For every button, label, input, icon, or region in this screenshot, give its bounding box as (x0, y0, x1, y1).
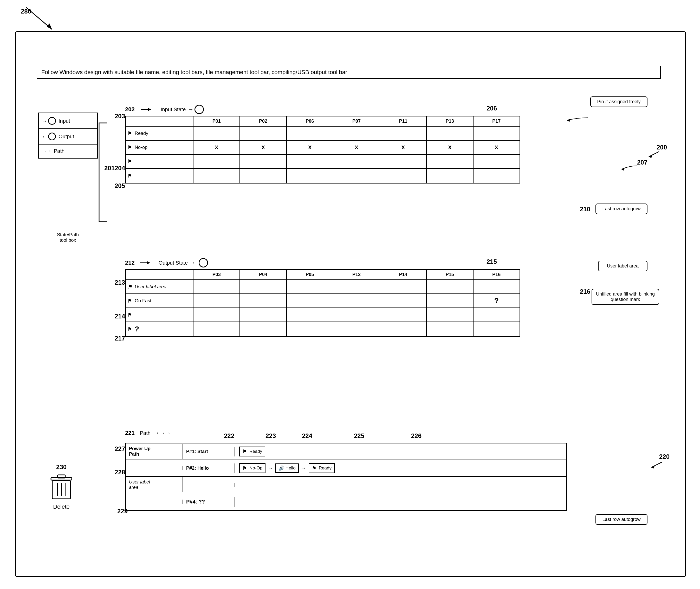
delete-section: 230 Delete (38, 463, 85, 510)
label-205: 205 (115, 182, 125, 190)
input-grid-header: P01 P02 P06 P07 P11 P13 P17 (126, 117, 520, 127)
output-row-question: ⚑ ? (126, 322, 520, 336)
flag-icon-question: ⚑ (128, 326, 132, 332)
label-226: 226 (411, 432, 421, 439)
output-grid-header: P03 P04 P05 P12 P14 P15 P16 (126, 270, 520, 280)
output-pin-p14: P14 (380, 270, 427, 279)
flag-icon-noop: ⚑ (128, 144, 132, 151)
label-206: 206 (487, 105, 497, 112)
path-row-p4: P#4: ?? (126, 494, 566, 510)
svg-marker-1 (47, 23, 52, 29)
label-225: 225 (354, 432, 364, 439)
label-221: 221 (125, 430, 135, 436)
input-icon: → (42, 117, 56, 125)
input-state-col-header (126, 117, 193, 126)
output-row-user-label: ⚑ User label area (126, 280, 520, 294)
label-212: 212 (125, 259, 135, 266)
input-state-circle (194, 105, 204, 114)
label-202: 202 (125, 106, 135, 113)
svg-line-10 (651, 462, 662, 467)
path-node-hello-sound: 🔊 Hello (276, 463, 299, 473)
callout-autogrow-top-text: Last row autogrow (602, 206, 641, 211)
path-node-noop: ⚑ No-Op (239, 463, 266, 473)
input-pin-p01: P01 (193, 117, 240, 126)
output-gofast-label: Go Fast (135, 298, 151, 304)
label-230: 230 (38, 463, 85, 471)
arrow-pin-callout (564, 115, 590, 126)
input-pin-p11: P11 (380, 117, 427, 126)
flag-icon-user: ⚑ (128, 283, 132, 290)
path-row-2: P#2: Hello ⚑ No-Op → 🔊 Hello → (126, 460, 566, 477)
label-227: 227 (115, 445, 125, 452)
svg-marker-4 (567, 119, 570, 122)
output-user-label-text: User label area (135, 284, 166, 289)
row-noop-label: No-op (135, 145, 147, 150)
path-label-user: User labelarea (126, 477, 183, 492)
toolbox-input-label: Input (58, 118, 70, 124)
callout-pin-assigned-text: Pin # assigned freely (597, 99, 641, 104)
path-name-user (183, 483, 235, 487)
toolbox-item-input: → Input (39, 113, 97, 129)
svg-marker-3 (148, 108, 151, 111)
label-229: 229 (117, 508, 128, 515)
input-state-section: 202 Input State → P01 (125, 105, 520, 184)
toolbox-item-output: ← Output (39, 129, 97, 145)
callout-autogrow-bottom: Last row autogrow (595, 514, 648, 525)
output-pin-p05: P05 (287, 270, 333, 279)
toolbox-path-label: Path (54, 148, 64, 154)
path-arrows-header: →→→ (154, 430, 171, 436)
input-row-204: ⚑ (126, 155, 520, 169)
label-216: 216 (580, 288, 590, 295)
input-pin-p07: P07 (333, 117, 380, 126)
output-state-grid: P03 P04 P05 P12 P14 P15 P16 ⚑ User label… (125, 269, 520, 337)
path-arrow-2: → (301, 465, 306, 471)
diagram-root: 280 Follow Windows design with suitable … (0, 0, 700, 589)
output-gofast-qmark: ? (474, 294, 520, 308)
input-row-noop: ⚑ No-op X X X X X X X (126, 141, 520, 155)
path-name-p4: P#4: ?? (183, 497, 235, 507)
toolbox-output-label: Output (58, 134, 74, 140)
output-question-mark: ? (135, 325, 139, 333)
speaker-icon: 🔊 (279, 465, 284, 471)
input-row-205: ⚑ (126, 169, 520, 183)
label-214: 214 (115, 313, 125, 320)
instruction-bar: Follow Windows design with suitable file… (37, 66, 661, 79)
output-icon: ← (42, 133, 56, 140)
callout-autogrow-bottom-text: Last row autogrow (602, 517, 641, 522)
input-pin-p17: P17 (474, 117, 520, 126)
path-node-ready-1: ⚑ Ready (239, 446, 265, 456)
callout-user-label-right: User label area (598, 261, 648, 271)
input-pin-p02: P02 (240, 117, 287, 126)
output-state-section: 212 Output State ← P03 P04 P05 (125, 258, 520, 337)
path-grid: Power UpPath P#1: Start ⚑ Ready P#2: Hel… (125, 443, 567, 511)
output-state-label: Output State (159, 260, 188, 266)
path-node-ready-2: ⚑ Ready (309, 463, 335, 473)
input-state-grid: P01 P02 P06 P07 P11 P13 P17 ⚑ Ready (125, 116, 520, 184)
trash-icon (48, 473, 74, 502)
path-row-1: Power UpPath P#1: Start ⚑ Ready (126, 443, 566, 460)
label-228: 228 (115, 469, 125, 476)
output-pin-p16: P16 (474, 270, 520, 279)
flag-icon-ready: ⚑ (128, 130, 132, 137)
arrow-207 (619, 165, 640, 172)
label-203: 203 (115, 113, 125, 120)
output-pin-p04: P04 (240, 270, 287, 279)
label-210: 210 (580, 206, 590, 213)
input-pin-p06: P06 (287, 117, 333, 126)
flag-icon-205: ⚑ (128, 173, 132, 179)
output-row-empty: ⚑ (126, 308, 520, 322)
callout-autogrow-top: Last row autogrow (595, 204, 648, 214)
svg-marker-7 (622, 168, 625, 171)
input-pin-p13: P13 (427, 117, 473, 126)
callout-unfilled-text: Unfilled area fill with blinking questio… (596, 291, 655, 302)
label-222: 222 (224, 432, 234, 439)
label-215: 215 (487, 258, 497, 265)
path-arrow-1: → (268, 465, 273, 471)
label-217: 217 (115, 335, 125, 342)
output-pin-p03: P03 (193, 270, 240, 279)
toolbox-item-path: →→ Path (39, 145, 97, 158)
output-pin-p15: P15 (427, 270, 473, 279)
path-content-p2: ⚑ No-Op → 🔊 Hello → ⚑ Ready (235, 461, 566, 475)
svg-marker-9 (147, 261, 150, 264)
path-content-p4 (235, 500, 566, 504)
